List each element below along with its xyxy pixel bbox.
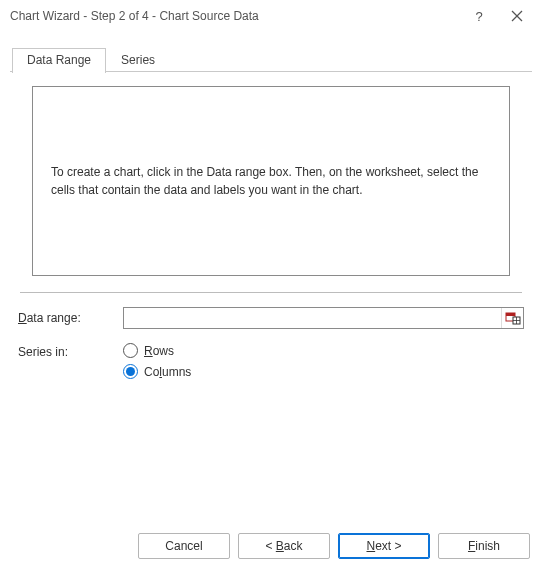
titlebar: Chart Wizard - Step 2 of 4 - Chart Sourc… bbox=[0, 0, 542, 32]
back-button[interactable]: < Back bbox=[238, 533, 330, 559]
cancel-button[interactable]: Cancel bbox=[138, 533, 230, 559]
close-icon bbox=[511, 10, 523, 22]
button-label: < Back bbox=[265, 539, 302, 553]
tabpanel-data-range: To create a chart, click in the Data ran… bbox=[0, 72, 542, 523]
range-picker-icon bbox=[505, 311, 521, 325]
tab-label: Data Range bbox=[27, 53, 91, 67]
chart-preview-box: To create a chart, click in the Data ran… bbox=[32, 86, 510, 276]
radio-columns[interactable]: Columns bbox=[123, 364, 191, 379]
svg-rect-3 bbox=[506, 313, 515, 316]
series-in-label: Series in: bbox=[18, 343, 123, 359]
radio-rows[interactable]: Rows bbox=[123, 343, 191, 358]
chart-wizard-dialog: Chart Wizard - Step 2 of 4 - Chart Sourc… bbox=[0, 0, 542, 573]
button-label: Next > bbox=[366, 539, 401, 553]
tab-series[interactable]: Series bbox=[106, 48, 170, 72]
close-button[interactable] bbox=[498, 2, 536, 30]
data-range-field bbox=[123, 307, 524, 329]
tabstrip: Data Range Series bbox=[0, 47, 542, 72]
range-picker-button[interactable] bbox=[501, 308, 523, 328]
help-icon: ? bbox=[475, 9, 482, 24]
radio-label: Columns bbox=[144, 365, 191, 379]
help-button[interactable]: ? bbox=[460, 2, 498, 30]
radio-icon bbox=[123, 364, 138, 379]
series-in-radio-group: Rows Columns bbox=[123, 343, 191, 379]
finish-button[interactable]: Finish bbox=[438, 533, 530, 559]
radio-label: Rows bbox=[144, 344, 174, 358]
data-range-label: Data range: bbox=[18, 311, 123, 325]
data-range-input[interactable] bbox=[124, 308, 501, 328]
button-label: Cancel bbox=[165, 539, 202, 553]
divider bbox=[20, 292, 522, 293]
tab-label: Series bbox=[121, 53, 155, 67]
button-bar: Cancel < Back Next > Finish bbox=[0, 523, 542, 573]
data-range-row: Data range: bbox=[18, 307, 524, 329]
button-label: Finish bbox=[468, 539, 500, 553]
radio-icon bbox=[123, 343, 138, 358]
tab-data-range[interactable]: Data Range bbox=[12, 48, 106, 73]
window-title: Chart Wizard - Step 2 of 4 - Chart Sourc… bbox=[10, 9, 460, 23]
preview-message: To create a chart, click in the Data ran… bbox=[51, 163, 491, 199]
series-in-row: Series in: Rows Columns bbox=[18, 343, 524, 379]
next-button[interactable]: Next > bbox=[338, 533, 430, 559]
